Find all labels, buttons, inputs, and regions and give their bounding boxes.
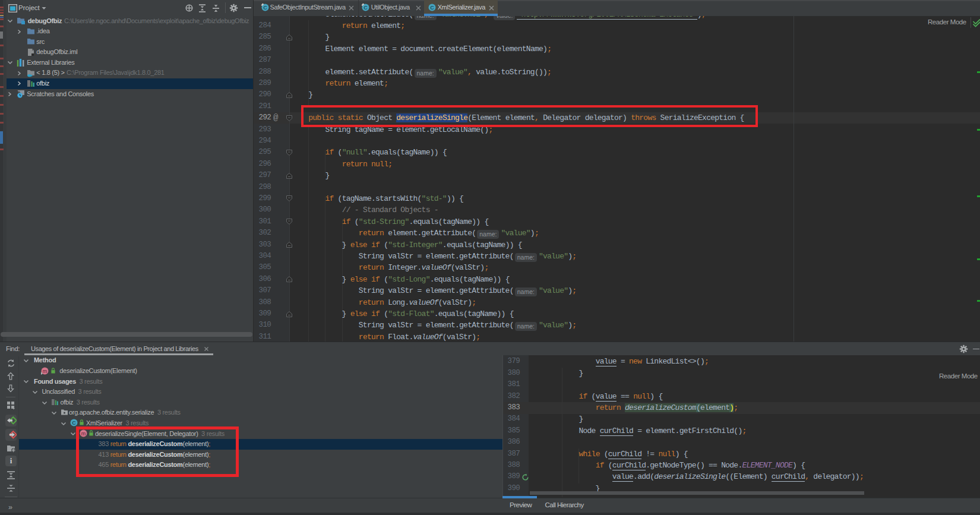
svg-text:C: C — [363, 5, 368, 11]
svg-text:C: C — [263, 5, 267, 11]
svg-text:C: C — [430, 5, 434, 11]
svg-text:C: C — [72, 420, 76, 426]
svg-text:m: m — [43, 368, 48, 374]
